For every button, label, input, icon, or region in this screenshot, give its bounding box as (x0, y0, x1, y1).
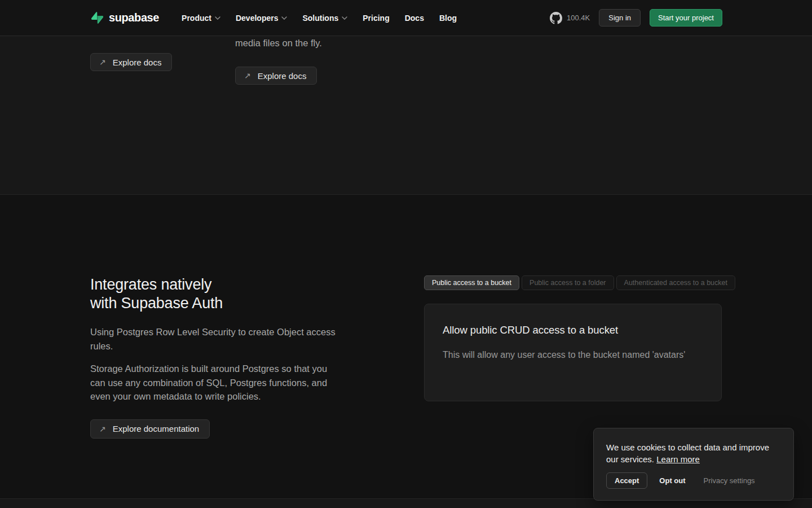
explore-docs-button-right[interactable]: ↗ Explore docs (235, 67, 317, 85)
nav-pricing[interactable]: Pricing (363, 14, 389, 23)
code-example-area: Public access to a bucket Public access … (424, 275, 722, 401)
github-icon (550, 12, 562, 24)
github-star-count: 100.4K (567, 14, 590, 22)
accept-cookies-button[interactable]: Accept (606, 472, 647, 489)
heading-line-2: with Supabase Auth (90, 295, 223, 312)
code-panel-description: This will allow any user access to the b… (443, 350, 703, 360)
explore-docs-label: Explore docs (258, 71, 307, 81)
nav-solutions[interactable]: Solutions (302, 14, 347, 23)
auth-section-copy: Integrates natively with Supabase Auth U… (90, 275, 338, 439)
tab-public-access-bucket[interactable]: Public access to a bucket (424, 275, 519, 290)
external-arrow-icon: ↗ (99, 58, 106, 67)
tab-authenticated-access-bucket[interactable]: Authenticated access to a bucket (616, 275, 735, 290)
cookie-actions: Accept Opt out Privacy settings (606, 472, 781, 489)
navbar-right: 100.4K Sign in Start your project (550, 9, 722, 27)
nav-pricing-label: Pricing (363, 14, 389, 23)
nav-blog[interactable]: Blog (439, 14, 457, 23)
opt-out-button[interactable]: Opt out (659, 476, 685, 485)
nav-product-label: Product (182, 14, 211, 23)
cookie-message: We use cookies to collect data and impro… (606, 441, 781, 465)
section-heading: Integrates natively with Supabase Auth (90, 275, 338, 313)
supabase-logo[interactable]: supabase (90, 11, 159, 25)
feature-description-partial: media files on the fly. (235, 36, 322, 50)
chevron-down-icon (215, 16, 220, 20)
main-nav: Product Developers Solutions (182, 14, 457, 23)
start-project-button[interactable]: Start your project (650, 9, 722, 27)
navbar: supabase Product Developers Solutions (0, 0, 812, 36)
external-arrow-icon: ↗ (244, 71, 251, 80)
external-arrow-icon: ↗ (99, 424, 106, 433)
chevron-down-icon (281, 16, 287, 20)
heading-line-1: Integrates natively (90, 276, 211, 293)
nav-blog-label: Blog (439, 14, 457, 23)
page-canvas: media files on the fly. ↗ Explore docs ↗… (0, 0, 812, 508)
section-paragraph-1: Using Postgres Row Level Security to cre… (90, 325, 338, 353)
explore-docs-label: Explore docs (113, 58, 162, 67)
navbar-left: supabase Product Developers Solutions (90, 11, 457, 25)
nav-developers[interactable]: Developers (236, 14, 287, 23)
chevron-down-icon (342, 16, 347, 20)
section-paragraph-2: Storage Authorization is built around Po… (90, 362, 338, 404)
supabase-logo-icon (90, 11, 104, 25)
tab-public-access-folder[interactable]: Public access to a folder (522, 275, 614, 290)
nav-developers-label: Developers (236, 14, 278, 23)
brand-wordmark: supabase (109, 11, 159, 24)
explore-documentation-label: Explore documentation (113, 424, 199, 433)
nav-product[interactable]: Product (182, 14, 220, 23)
sign-in-button[interactable]: Sign in (599, 9, 641, 27)
code-example-tabs: Public access to a bucket Public access … (424, 275, 722, 290)
github-stars-link[interactable]: 100.4K (550, 12, 590, 24)
nav-solutions-label: Solutions (302, 14, 338, 23)
explore-documentation-button[interactable]: ↗ Explore documentation (90, 419, 210, 439)
code-panel-title: Allow public CRUD access to a bucket (443, 324, 703, 336)
learn-more-link[interactable]: Learn more (656, 454, 700, 464)
code-example-panel: Allow public CRUD access to a bucket Thi… (424, 304, 722, 401)
nav-docs[interactable]: Docs (405, 14, 424, 23)
explore-docs-button-left[interactable]: ↗ Explore docs (90, 53, 172, 71)
nav-docs-label: Docs (405, 14, 424, 23)
cookie-banner: We use cookies to collect data and impro… (593, 428, 794, 501)
privacy-settings-button[interactable]: Privacy settings (704, 476, 755, 485)
